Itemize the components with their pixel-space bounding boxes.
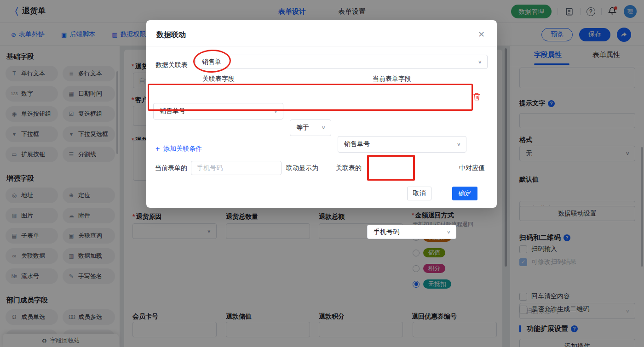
plus-icon: +	[155, 145, 160, 153]
cancel-button[interactable]: 取消	[407, 187, 431, 200]
relation-table-label: 数据关联表	[155, 58, 188, 72]
relation-table-select[interactable]: 销售单 ∨	[196, 55, 488, 69]
col-header-current-field: 当前表单字段	[373, 75, 411, 83]
display-row-middle: 联动显示为	[286, 164, 318, 172]
relation-display-field-select[interactable]: 手机号码 ∨	[367, 225, 456, 239]
display-row-suffix: 中对应值	[459, 164, 485, 172]
annotation-box-phone-field	[367, 155, 415, 181]
chevron-down-icon: ∨	[446, 229, 451, 234]
display-row-prefix: 当前表单的	[155, 164, 187, 172]
current-field-select[interactable]: 销售单号 ∨	[338, 136, 466, 153]
add-condition-link[interactable]: + 添加关联条件	[155, 145, 202, 153]
divider	[146, 46, 497, 46]
operator-select[interactable]: 等于 ∨	[290, 119, 331, 136]
chevron-down-icon: ∨	[456, 141, 461, 147]
close-icon[interactable]: ✕	[478, 29, 485, 40]
delete-condition-icon[interactable]	[473, 92, 481, 102]
annotation-box-condition-row	[148, 84, 473, 111]
data-linkage-modal: 数据联动 ✕ 数据关联表 销售单 ∨ 关联表字段 当前表单字段 销售单号 ∨ 等…	[146, 20, 497, 208]
chevron-down-icon: ∨	[321, 125, 326, 130]
modal-title: 数据联动	[156, 30, 186, 40]
app-screen: 〈 退货单 表单设计 表单设置 数据管理 ? 理 ⊘ 表单外链	[0, 0, 644, 347]
add-condition-label: 添加关联条件	[163, 145, 202, 153]
col-header-relation-field: 关联表字段	[202, 75, 235, 83]
display-row-rel-prefix: 关联表的	[336, 164, 362, 172]
current-field-display-input[interactable]: 手机号码	[191, 161, 282, 175]
ok-button[interactable]: 确定	[452, 187, 477, 200]
chevron-down-icon: ∨	[477, 59, 482, 64]
